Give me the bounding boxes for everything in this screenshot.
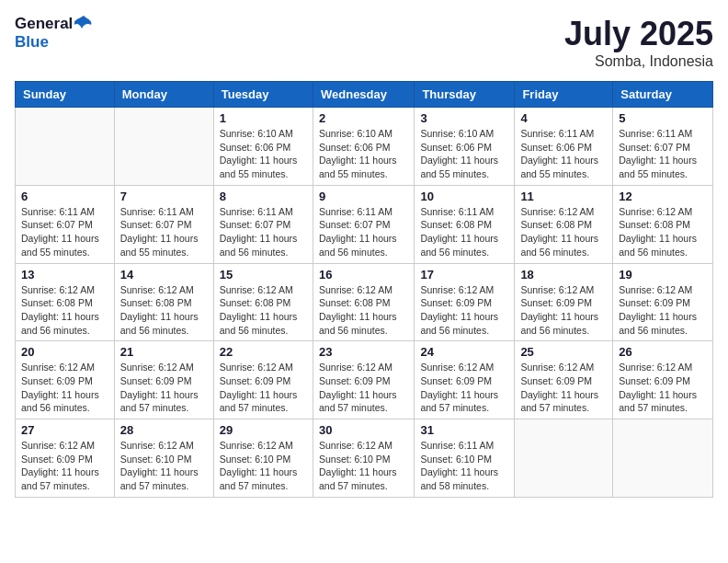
calendar-week-2: 6Sunrise: 6:11 AM Sunset: 6:07 PM Daylig… (16, 185, 713, 263)
header-wednesday: Wednesday (313, 82, 414, 108)
calendar-cell-w3-d5: 17Sunrise: 6:12 AM Sunset: 6:09 PM Dayli… (415, 263, 515, 341)
header-monday: Monday (114, 82, 213, 108)
calendar-cell-w4-d4: 23Sunrise: 6:12 AM Sunset: 6:09 PM Dayli… (313, 341, 414, 419)
day-number: 11 (520, 190, 607, 203)
day-number: 9 (319, 190, 408, 203)
calendar-cell-w2-d3: 8Sunrise: 6:11 AM Sunset: 6:07 PM Daylig… (213, 185, 313, 263)
day-number: 30 (319, 423, 408, 437)
day-info: Sunrise: 6:12 AM Sunset: 6:09 PM Dayligh… (21, 439, 108, 493)
logo: General Blue (15, 15, 93, 52)
calendar-cell-w1-d5: 3Sunrise: 6:10 AM Sunset: 6:06 PM Daylig… (415, 108, 515, 186)
calendar-cell-w1-d2 (114, 108, 213, 186)
day-number: 6 (21, 190, 108, 203)
day-info: Sunrise: 6:12 AM Sunset: 6:09 PM Dayligh… (619, 361, 707, 415)
calendar-title: July 2025 (564, 15, 713, 53)
logo-general: General (15, 15, 73, 33)
day-info: Sunrise: 6:10 AM Sunset: 6:06 PM Dayligh… (420, 127, 508, 181)
calendar-cell-w4-d2: 21Sunrise: 6:12 AM Sunset: 6:09 PM Dayli… (114, 341, 213, 419)
day-number: 5 (619, 111, 707, 125)
calendar-cell-w1-d7: 5Sunrise: 6:11 AM Sunset: 6:07 PM Daylig… (613, 108, 713, 186)
header-saturday: Saturday (613, 82, 713, 108)
calendar-cell-w4-d6: 25Sunrise: 6:12 AM Sunset: 6:09 PM Dayli… (515, 341, 613, 419)
day-number: 15 (220, 268, 307, 282)
calendar-cell-w1-d3: 1Sunrise: 6:10 AM Sunset: 6:06 PM Daylig… (213, 108, 313, 186)
calendar-cell-w1-d1 (16, 108, 115, 186)
calendar-cell-w5-d7 (613, 419, 713, 498)
logo-blue: Blue (15, 33, 49, 51)
title-block: July 2025 Somba, Indonesia (564, 15, 713, 70)
logo-bird-icon (74, 16, 93, 32)
calendar-location: Somba, Indonesia (564, 53, 713, 70)
day-number: 24 (420, 345, 508, 359)
day-info: Sunrise: 6:11 AM Sunset: 6:07 PM Dayligh… (220, 205, 307, 259)
header-thursday: Thursday (415, 82, 515, 108)
day-number: 8 (220, 190, 307, 203)
day-number: 14 (120, 268, 208, 282)
calendar-cell-w5-d3: 29Sunrise: 6:12 AM Sunset: 6:10 PM Dayli… (213, 419, 313, 498)
calendar-header-row: Sunday Monday Tuesday Wednesday Thursday… (16, 82, 713, 108)
day-number: 1 (220, 111, 307, 125)
header-tuesday: Tuesday (213, 82, 313, 108)
day-number: 4 (520, 111, 607, 125)
calendar-cell-w5-d6 (515, 419, 613, 498)
day-info: Sunrise: 6:12 AM Sunset: 6:09 PM Dayligh… (520, 361, 607, 415)
day-info: Sunrise: 6:12 AM Sunset: 6:08 PM Dayligh… (220, 283, 307, 338)
day-info: Sunrise: 6:11 AM Sunset: 6:10 PM Dayligh… (420, 439, 508, 493)
calendar-cell-w2-d5: 10Sunrise: 6:11 AM Sunset: 6:08 PM Dayli… (415, 185, 515, 263)
calendar-table: Sunday Monday Tuesday Wednesday Thursday… (15, 81, 713, 498)
day-number: 7 (120, 190, 208, 203)
calendar-cell-w4-d7: 26Sunrise: 6:12 AM Sunset: 6:09 PM Dayli… (613, 341, 713, 419)
calendar-cell-w4-d3: 22Sunrise: 6:12 AM Sunset: 6:09 PM Dayli… (213, 341, 313, 419)
day-info: Sunrise: 6:12 AM Sunset: 6:09 PM Dayligh… (21, 361, 108, 415)
calendar-cell-w3-d3: 15Sunrise: 6:12 AM Sunset: 6:08 PM Dayli… (213, 263, 313, 341)
day-info: Sunrise: 6:11 AM Sunset: 6:07 PM Dayligh… (120, 205, 208, 259)
calendar-cell-w2-d1: 6Sunrise: 6:11 AM Sunset: 6:07 PM Daylig… (16, 185, 115, 263)
day-number: 26 (619, 345, 707, 359)
calendar-cell-w4-d5: 24Sunrise: 6:12 AM Sunset: 6:09 PM Dayli… (415, 341, 515, 419)
day-number: 20 (21, 345, 108, 359)
day-number: 19 (619, 268, 707, 282)
day-number: 17 (420, 268, 508, 282)
day-info: Sunrise: 6:12 AM Sunset: 6:10 PM Dayligh… (120, 439, 208, 493)
day-info: Sunrise: 6:10 AM Sunset: 6:06 PM Dayligh… (220, 127, 307, 181)
calendar-week-5: 27Sunrise: 6:12 AM Sunset: 6:09 PM Dayli… (16, 419, 713, 498)
day-info: Sunrise: 6:12 AM Sunset: 6:09 PM Dayligh… (420, 361, 508, 415)
header-sunday: Sunday (16, 82, 115, 108)
calendar-cell-w3-d1: 13Sunrise: 6:12 AM Sunset: 6:08 PM Dayli… (16, 263, 115, 341)
day-info: Sunrise: 6:11 AM Sunset: 6:07 PM Dayligh… (619, 127, 707, 181)
day-number: 28 (120, 423, 208, 437)
day-info: Sunrise: 6:12 AM Sunset: 6:08 PM Dayligh… (520, 205, 607, 259)
calendar-cell-w5-d5: 31Sunrise: 6:11 AM Sunset: 6:10 PM Dayli… (415, 419, 515, 498)
day-info: Sunrise: 6:11 AM Sunset: 6:07 PM Dayligh… (319, 205, 408, 259)
day-info: Sunrise: 6:12 AM Sunset: 6:09 PM Dayligh… (619, 283, 707, 338)
day-info: Sunrise: 6:12 AM Sunset: 6:10 PM Dayligh… (220, 439, 307, 493)
day-info: Sunrise: 6:11 AM Sunset: 6:08 PM Dayligh… (420, 205, 508, 259)
day-number: 3 (420, 111, 508, 125)
day-info: Sunrise: 6:12 AM Sunset: 6:08 PM Dayligh… (21, 283, 108, 338)
calendar-cell-w4-d1: 20Sunrise: 6:12 AM Sunset: 6:09 PM Dayli… (16, 341, 115, 419)
day-number: 22 (220, 345, 307, 359)
day-info: Sunrise: 6:12 AM Sunset: 6:09 PM Dayligh… (420, 283, 508, 338)
calendar-week-1: 1Sunrise: 6:10 AM Sunset: 6:06 PM Daylig… (16, 108, 713, 186)
header-friday: Friday (515, 82, 613, 108)
day-number: 23 (319, 345, 408, 359)
day-number: 10 (420, 190, 508, 203)
calendar-cell-w2-d4: 9Sunrise: 6:11 AM Sunset: 6:07 PM Daylig… (313, 185, 414, 263)
day-info: Sunrise: 6:12 AM Sunset: 6:10 PM Dayligh… (319, 439, 408, 493)
day-info: Sunrise: 6:12 AM Sunset: 6:09 PM Dayligh… (120, 361, 208, 415)
calendar-cell-w5-d1: 27Sunrise: 6:12 AM Sunset: 6:09 PM Dayli… (16, 419, 115, 498)
day-number: 31 (420, 423, 508, 437)
calendar-cell-w1-d6: 4Sunrise: 6:11 AM Sunset: 6:06 PM Daylig… (515, 108, 613, 186)
day-info: Sunrise: 6:12 AM Sunset: 6:08 PM Dayligh… (120, 283, 208, 338)
day-number: 21 (120, 345, 208, 359)
calendar-cell-w2-d6: 11Sunrise: 6:12 AM Sunset: 6:08 PM Dayli… (515, 185, 613, 263)
calendar-cell-w3-d6: 18Sunrise: 6:12 AM Sunset: 6:09 PM Dayli… (515, 263, 613, 341)
day-number: 2 (319, 111, 408, 125)
calendar-cell-w5-d2: 28Sunrise: 6:12 AM Sunset: 6:10 PM Dayli… (114, 419, 213, 498)
day-info: Sunrise: 6:12 AM Sunset: 6:08 PM Dayligh… (619, 205, 707, 259)
page-header: General Blue July 2025 Somba, Indonesia (15, 15, 713, 70)
day-info: Sunrise: 6:10 AM Sunset: 6:06 PM Dayligh… (319, 127, 408, 181)
day-info: Sunrise: 6:12 AM Sunset: 6:09 PM Dayligh… (220, 361, 307, 415)
day-number: 13 (21, 268, 108, 282)
calendar-week-3: 13Sunrise: 6:12 AM Sunset: 6:08 PM Dayli… (16, 263, 713, 341)
